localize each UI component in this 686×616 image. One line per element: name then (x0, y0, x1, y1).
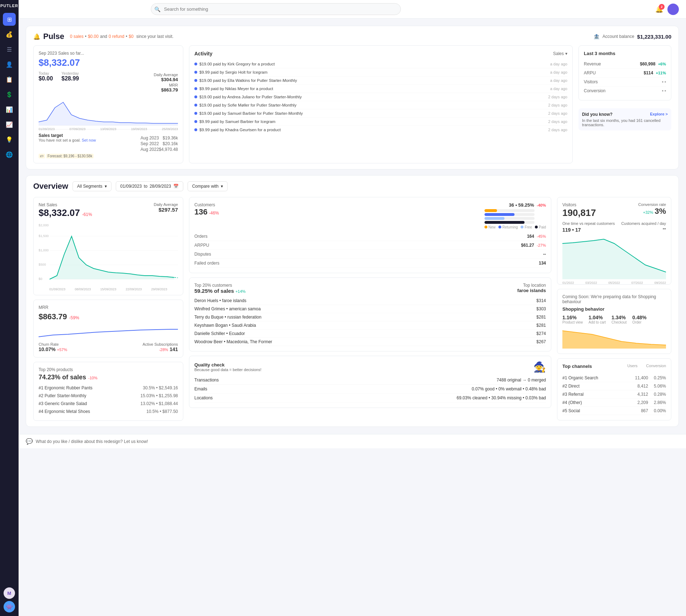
activity-title: Activity (194, 51, 213, 56)
pulse-sales-amount-value: $8,332.07 (39, 57, 178, 68)
pulse-sales-period: Sep 2023 Sales so far... (39, 51, 178, 56)
activity-dot (194, 120, 197, 123)
metrics-rows: Orders 164 -45% ARPPU $61.27 -2 (194, 232, 546, 268)
last3-row: ARPU $114 +11% (584, 69, 666, 78)
mrr-change: -59% (69, 315, 79, 320)
dyk-explore-link[interactable]: Explore > (650, 112, 668, 117)
quality-row: Locations 69.03% cleaned • 30.94% missin… (194, 394, 546, 403)
customers-bars (484, 209, 535, 224)
last3-row: Visitors - - (584, 78, 666, 87)
top-cust-row: Winifred Grimes • american samoa $303 (194, 305, 546, 313)
top-products-card: Top 20% products 74.23% of sales -10% #1… (33, 362, 183, 421)
sidebar-item-payouts[interactable]: 💲 (3, 88, 16, 101)
pulse-header: 🔔 Pulse 0 sales • $0.00 and 0 refund • $… (33, 32, 671, 41)
search-input[interactable] (151, 3, 401, 15)
overview-left-col: Net Sales $8,332.07 -61% Daily Average $… (33, 197, 183, 421)
quality-icon: 🧙 (533, 361, 546, 373)
yesterday-label: Yesterday (61, 71, 79, 75)
net-sales-header: Net Sales $8,332.07 -61% Daily Average $… (39, 202, 178, 218)
visitors-title: Visitors (562, 202, 596, 207)
pulse-refund-count: 0 refund (109, 34, 124, 39)
activity-dot (194, 128, 197, 131)
pulse-subtitle: 0 sales • $0.00 and 0 refund • $0 since … (70, 34, 174, 39)
activity-item: $19.00 paid by Kirk Gregory for a produc… (194, 60, 567, 68)
sidebar-item-orders[interactable]: ☰ (3, 43, 16, 56)
notification-button[interactable]: 🔔 2 (655, 5, 663, 13)
sidebar-item-reports[interactable]: 📋 (3, 73, 16, 86)
pulse-sales-card: Sep 2023 Sales so far... $8,332.07 Today… (33, 45, 183, 163)
top-cust-row: Deron Huels • faroe islands $314 (194, 297, 546, 305)
last3-row: Revenue $60,998 +6% (584, 60, 666, 69)
net-sales-change: -61% (82, 212, 92, 217)
target-row: Sep 2022$20.16k (140, 141, 178, 147)
shopping-metrics: 1.16% Product view 1.04% Add to cart 1.3… (562, 315, 666, 324)
conversion-rate: Conversion rate +32% 3% (638, 202, 666, 216)
orders-metric: Orders 164 -45% (194, 232, 546, 241)
arppu-metric: ARPPU $61.27 -27% (194, 241, 546, 250)
coming-soon-text: Coming Soon: We're preparing data for Sh… (562, 294, 666, 304)
mrr-value: $863.79 (39, 312, 67, 321)
sidebar-item-domains[interactable]: 🌐 (3, 148, 16, 161)
today-label: Today (39, 71, 53, 75)
failed-orders-metric: Failed orders 134 (194, 259, 546, 268)
activity-item: $19.00 paid by Samuel Barbier for Putler… (194, 109, 567, 118)
product-row: #1 Ergonomic Rubber Pants 30.5% • $2,549… (39, 384, 178, 392)
pulse-body: Sep 2023 Sales so far... $8,332.07 Today… (33, 45, 671, 163)
activity-list: $19.00 paid by Kirk Gregory for a produc… (194, 60, 567, 134)
sidebar-item-revenue[interactable]: 💰 (3, 28, 16, 41)
sidebar-item-goals[interactable]: 💡 (3, 133, 16, 146)
overview-header: Overview All Segments ▾ 01/09/2023 to 28… (33, 181, 671, 191)
segment-select[interactable]: All Segments ▾ (73, 181, 111, 191)
net-sales-value: $8,332.07 (39, 207, 80, 218)
sidebar-item-analytics[interactable]: 📊 (3, 103, 16, 116)
yesterday-value: $28.99 (61, 75, 79, 82)
quality-header: Quality check Because good data = better… (194, 361, 546, 373)
overview-section: Overview All Segments ▾ 01/09/2023 to 28… (26, 175, 679, 427)
daily-avg-right: Daily Average $297.57 (154, 202, 178, 213)
shopping-behavior-title: Shopping behavior (562, 306, 666, 312)
page-content: 🔔 Pulse 0 sales • $0.00 and 0 refund • $… (19, 19, 686, 434)
chart-x-labels: 01/09/202307/09/202313/09/202319/09/2023… (39, 127, 178, 131)
mrr-title: MRR (39, 305, 48, 310)
pulse-mini-chart: 01/09/202307/09/202313/09/202319/09/2023… (39, 97, 178, 125)
user-avatar-emoji[interactable]: 👾 (4, 601, 15, 612)
account-balance-value: $1,223,331.00 (637, 34, 671, 40)
activity-item: $19.00 paid by Sofie Møller for Putler S… (194, 101, 567, 109)
customers-card: Customers 136 -46% 36 • 59.25% -40% (189, 197, 551, 273)
calendar-icon: 📅 (173, 184, 179, 189)
activity-item: $9.99 paid by Samuel Barbier for Icegram… (194, 118, 567, 126)
one-time-repeat: One time vs repeat customers 119 • 17 (562, 221, 615, 233)
pulse-subtitle-suffix: since your last visit. (136, 34, 174, 39)
visitors-chart: 01/202203/202205/202207/202209/2022 (562, 236, 666, 279)
today-value: $0.00 (39, 75, 53, 82)
quality-rows: Transactions 7488 original → 0 merged Em… (194, 376, 546, 403)
top-channels-card: Top channels Users Conversion #1 Organic… (557, 358, 671, 420)
activity-filter[interactable]: Sales ▾ (553, 51, 567, 56)
activity-dot (194, 104, 197, 107)
sidebar-item-customers[interactable]: 👤 (3, 58, 16, 71)
visitors-top: Visitors 190,817 Conversion rate +32% 3% (562, 202, 666, 218)
channels-list: #1 Organic Search 11,4000.25% #2 Direct … (562, 374, 666, 415)
mrr-card: MRR $863.79 -59% (33, 300, 183, 358)
channel-row: #5 Social 8670.00% (562, 407, 666, 415)
user-avatar-header[interactable] (667, 4, 679, 15)
sales-target: Sales target You have not set a goal. Se… (39, 129, 178, 158)
compare-with-button[interactable]: Compare with ▾ (188, 181, 228, 191)
set-now-link[interactable]: Set now (82, 138, 96, 142)
target-rows: Aug 2023$19.36k Sep 2022$20.16k Aug 2022… (140, 135, 178, 152)
pulse-bell-icon: 🔔 (33, 33, 40, 40)
sidebar-item-trends[interactable]: 📈 (3, 118, 16, 131)
sidebar-item-dashboard[interactable]: ⊞ (3, 13, 16, 26)
did-you-know-panel: Did you know? Explore > In the last six … (578, 108, 671, 130)
account-icon: 🏦 (593, 34, 600, 39)
pulse-sales-count: 0 sales (70, 34, 84, 39)
activity-item: $19.00 paid by Ella Watkins for Putler S… (194, 77, 567, 85)
shopping-metric: 1.34% Checkout (612, 315, 627, 324)
churn-rate: Churn Rate 10.07% +57% (39, 342, 67, 352)
pulse-stats-row: Today $0.00 Yesterday $28.99 Daily Avera… (39, 71, 178, 93)
channels-headers: Users Conversion (627, 364, 666, 372)
customers-legend: New Returning Free Paid (484, 225, 546, 229)
mrr-label: MRR (154, 83, 178, 87)
date-range-picker[interactable]: 01/09/2023 to 28/09/2023 📅 (116, 181, 183, 191)
user-avatar-m[interactable]: M (4, 587, 15, 599)
